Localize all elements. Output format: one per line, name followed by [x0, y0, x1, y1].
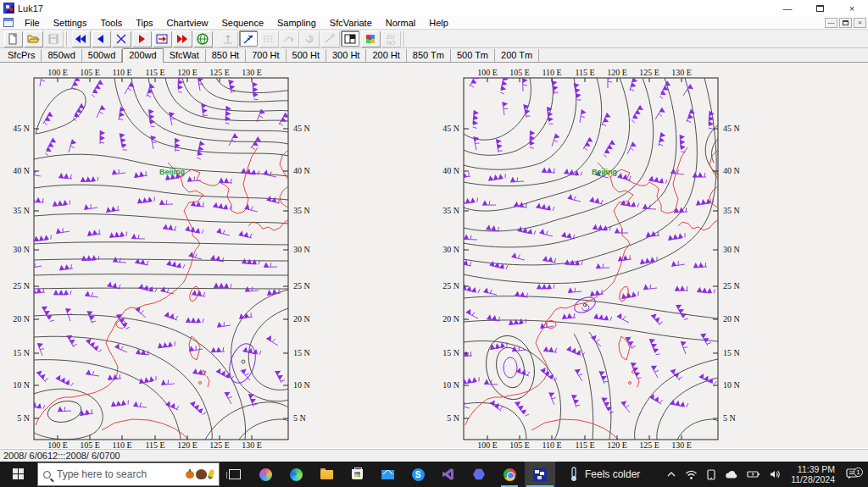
notification-center-button[interactable]: 1 — [841, 468, 868, 480]
axis-label: 20 N — [13, 314, 30, 324]
undo-redo-button[interactable]: ZUNO — [381, 30, 400, 47]
battery-charging-icon — [747, 470, 760, 479]
streamline-button[interactable] — [280, 30, 298, 47]
copilot-button[interactable] — [250, 462, 281, 487]
wind-barbs-right — [457, 75, 717, 417]
axis-label: 100 E — [47, 68, 68, 77]
onedrive-button[interactable] — [721, 462, 743, 487]
isolines-button[interactable] — [259, 30, 278, 47]
task-view-button[interactable] — [220, 462, 250, 487]
globe-button[interactable] — [193, 30, 212, 47]
mail-button[interactable] — [372, 462, 403, 487]
tray-overflow-button[interactable] — [662, 462, 681, 487]
tab-200ht[interactable]: 200 Ht — [366, 49, 406, 62]
city-label-beijing: Beijing — [159, 168, 185, 176]
menu-file[interactable]: File — [18, 17, 47, 29]
phone-link-button[interactable] — [702, 462, 721, 487]
axis-label: 25 N — [293, 281, 310, 291]
axis-label: 20 N — [293, 314, 310, 324]
axis-label: 45 N — [293, 124, 310, 133]
windows-logo-icon — [13, 468, 25, 480]
prev-chart-button[interactable] — [92, 30, 110, 47]
tab-sfcprs[interactable]: SfcPrs — [2, 49, 42, 62]
trajectory-button[interactable] — [320, 30, 339, 47]
skype-button[interactable]: S — [403, 462, 433, 487]
axis-label: 30 N — [442, 245, 459, 254]
edge-button[interactable] — [281, 462, 311, 487]
axis-label: 25 N — [442, 281, 459, 291]
copilot-icon — [259, 468, 272, 481]
clock-date: 11/28/2024 — [791, 474, 835, 484]
store-button[interactable] — [342, 462, 372, 487]
last-chart-button[interactable] — [173, 30, 192, 47]
menu-bar: File Settings Tools Tips Chartview Seque… — [0, 16, 868, 30]
mdi-restore-icon — [843, 20, 849, 25]
sounding-button[interactable] — [219, 30, 237, 47]
axis-label: 15 N — [442, 348, 459, 357]
menu-chartview[interactable]: Chartview — [160, 17, 215, 29]
loop-button[interactable] — [464, 462, 494, 487]
fast-forward-icon — [175, 32, 189, 46]
mdi-restore-button[interactable] — [839, 18, 852, 28]
visual-studio-icon — [442, 468, 455, 481]
start-button[interactable] — [0, 462, 37, 487]
weather-map-left[interactable]: Beijing 100 E100 E105 E105 E110 E110 E11… — [2, 68, 320, 451]
play-button[interactable] — [132, 30, 151, 47]
menu-normal[interactable]: Normal — [379, 17, 422, 29]
minimize-button[interactable]: — — [771, 0, 804, 16]
menu-sequence[interactable]: Sequence — [214, 17, 270, 29]
volume-button[interactable] — [765, 462, 785, 487]
tab-700ht[interactable]: 700 Ht — [246, 49, 286, 62]
file-explorer-button[interactable] — [311, 462, 342, 487]
menu-sfcvariate[interactable]: SfcVariate — [323, 17, 379, 29]
close-chart-button[interactable] — [112, 30, 131, 47]
wifi-button[interactable] — [681, 462, 702, 487]
mdi-minimize-button[interactable]: — — [825, 18, 837, 28]
taskbar-clock[interactable]: 11:39 PM 11/28/2024 — [785, 464, 841, 484]
weather-text: Feels colder — [585, 468, 640, 480]
axis-label: 30 N — [723, 245, 740, 254]
split-view-button[interactable] — [341, 30, 359, 47]
save-file-button[interactable] — [44, 30, 63, 47]
chrome-button[interactable] — [494, 462, 525, 487]
tab-500ht[interactable]: 500 Ht — [287, 49, 326, 62]
axis-label: 125 E — [209, 440, 230, 450]
fit-window-button[interactable] — [153, 30, 171, 47]
tab-200wd-active[interactable]: 200wd — [122, 48, 163, 63]
tab-850ht[interactable]: 850 Ht — [206, 49, 246, 62]
thermometer-icon — [569, 467, 579, 482]
color-grid-button[interactable] — [361, 30, 380, 47]
open-file-button[interactable] — [24, 30, 42, 47]
tab-sfcwat[interactable]: SfcWat — [164, 49, 206, 62]
tab-300ht[interactable]: 300 Ht — [326, 49, 366, 62]
visual-studio-button[interactable] — [433, 462, 464, 487]
tab-850tm[interactable]: 850 Tm — [407, 49, 451, 62]
menu-tools[interactable]: Tools — [93, 17, 129, 29]
vortex-button[interactable] — [300, 30, 319, 47]
edge-icon — [290, 468, 303, 481]
menu-tips[interactable]: Tips — [129, 17, 159, 29]
battery-button[interactable] — [743, 462, 765, 487]
first-chart-button[interactable] — [71, 30, 90, 47]
search-input[interactable] — [57, 468, 186, 480]
mdi-close-button[interactable]: × — [854, 18, 866, 28]
luk17-window: Luk17 — × File Settings Tools Tips Chart… — [0, 0, 868, 487]
menu-settings[interactable]: Settings — [47, 17, 94, 29]
close-button[interactable]: × — [836, 0, 868, 16]
weather-map-right[interactable]: Beijing 100 E100 E105 E105 E110 E110 E11… — [431, 68, 750, 451]
weather-widget[interactable]: Feels colder — [560, 462, 648, 487]
tab-500tm[interactable]: 500 Tm — [451, 49, 495, 62]
wind-barb-button[interactable] — [239, 30, 258, 47]
tab-500wd[interactable]: 500wd — [82, 49, 122, 62]
new-file-button[interactable] — [3, 30, 22, 47]
luk17-taskbar-button[interactable] — [525, 462, 555, 487]
tab-200tm[interactable]: 200 Tm — [495, 49, 539, 62]
menu-help[interactable]: Help — [422, 17, 455, 29]
menu-sampling[interactable]: Sampling — [270, 17, 323, 29]
taskbar-search[interactable] — [37, 462, 220, 486]
corn-icon — [207, 468, 214, 479]
maximize-button[interactable] — [804, 0, 836, 16]
tab-850wd[interactable]: 850wd — [42, 49, 81, 62]
system-tray: 11:39 PM 11/28/2024 1 — [662, 462, 868, 487]
axis-label: 105 E — [509, 68, 530, 77]
